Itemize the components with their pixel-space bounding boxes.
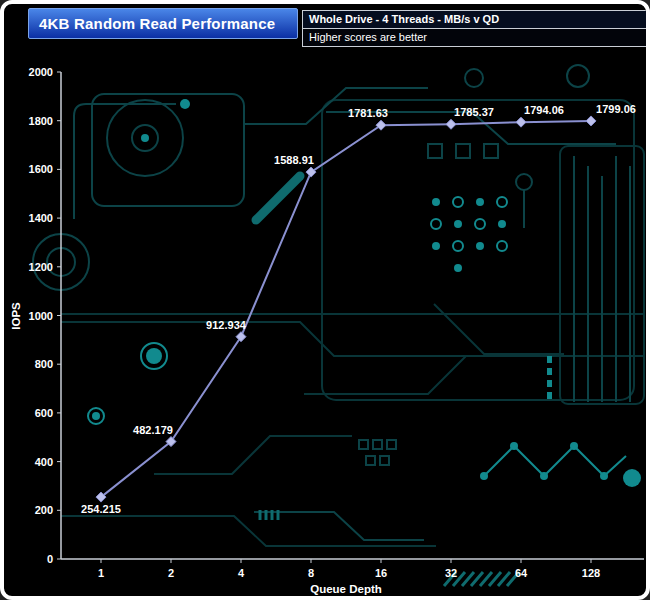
y-tick-label: 1800 (29, 115, 53, 127)
x-tick-label: 32 (445, 567, 457, 579)
chart-title-bar: 4KB Random Read Performance (28, 8, 298, 39)
data-point-label: 254.215 (81, 503, 121, 515)
data-point-label: 1785.37 (454, 106, 494, 118)
data-point-marker (516, 117, 526, 127)
data-point-label: 1781.63 (348, 107, 388, 119)
y-axis-title: IOPS (10, 302, 22, 330)
x-tick-label: 2 (168, 567, 174, 579)
line-chart: 0200400600800100012001400160018002000124… (4, 4, 650, 600)
x-tick-label: 8 (308, 567, 314, 579)
legend-box: Whole Drive - 4 Threads - MB/s v QD High… (302, 10, 648, 47)
x-tick-label: 16 (375, 567, 387, 579)
y-tick-label: 2000 (29, 66, 53, 78)
x-tick-label: 64 (515, 567, 528, 579)
data-point-marker (586, 116, 596, 126)
data-point-label: 1588.91 (274, 154, 314, 166)
legend-line-note: Higher scores are better (303, 29, 647, 46)
y-tick-label: 800 (35, 358, 53, 370)
data-point-label: 482.179 (133, 424, 173, 436)
chart-title: 4KB Random Read Performance (39, 15, 275, 32)
data-point-label: 1794.06 (524, 104, 564, 116)
y-tick-label: 1200 (29, 261, 53, 273)
legend-line-test-config: Whole Drive - 4 Threads - MB/s v QD (303, 11, 647, 29)
x-tick-label: 1 (98, 567, 104, 579)
y-tick-label: 1400 (29, 212, 53, 224)
y-tick-label: 1600 (29, 163, 53, 175)
y-tick-label: 0 (47, 553, 53, 565)
data-point-marker (446, 119, 456, 129)
y-tick-label: 400 (35, 456, 53, 468)
y-tick-label: 200 (35, 504, 53, 516)
x-tick-label: 128 (582, 567, 600, 579)
y-tick-label: 600 (35, 407, 53, 419)
x-axis-title: Queue Depth (310, 583, 382, 595)
x-tick-label: 4 (238, 567, 245, 579)
data-point-label: 912.934 (206, 319, 247, 331)
data-point-label: 1799.06 (596, 103, 636, 115)
y-tick-label: 1000 (29, 310, 53, 322)
chart-window: 0200400600800100012001400160018002000124… (0, 0, 650, 600)
